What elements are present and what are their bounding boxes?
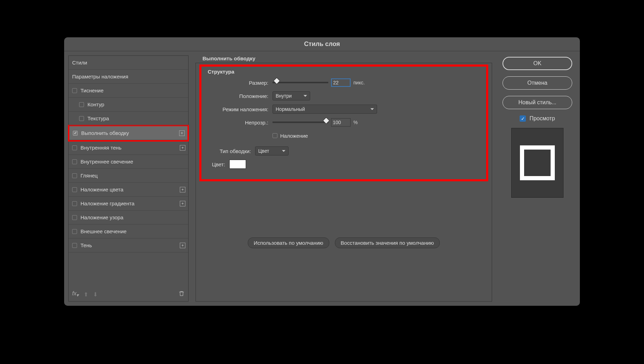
window-title: Стиль слоя (304, 40, 340, 48)
checkbox-icon[interactable] (72, 88, 77, 93)
sidebar-item-bevel[interactable]: Тиснение (69, 84, 188, 98)
label-blend-mode: Режим наложения: (206, 106, 268, 112)
sidebar-item-label: Глянец (80, 173, 98, 179)
sidebar-header-label: Параметры наложения (72, 74, 128, 79)
color-swatch[interactable] (229, 160, 246, 169)
checkbox-icon[interactable] (72, 187, 77, 192)
checkbox-icon[interactable]: ✓ (520, 115, 526, 122)
select-value: Цвет (258, 148, 269, 154)
checkbox-icon[interactable] (72, 215, 77, 220)
settings-box: Структура Размер: пикс. Положение: Внутр… (196, 63, 492, 302)
sidebar-item-label: Внутренняя тень (80, 145, 121, 151)
sidebar-item-inner-shadow[interactable]: Внутренняя тень + (69, 141, 188, 155)
sidebar-item-label: Выполнить обводку (81, 130, 129, 136)
checkbox-icon[interactable] (72, 159, 77, 164)
dialog-buttons-panel: OK Отмена Новый стиль... ✓ Просмотр (499, 55, 576, 302)
sidebar-item-pattern-overlay[interactable]: Наложение узора (69, 211, 188, 225)
new-style-button[interactable]: Новый стиль... (503, 96, 572, 109)
add-effect-icon[interactable]: + (179, 130, 185, 136)
sidebar-item-texture[interactable]: Текстура (69, 112, 188, 126)
checkbox-icon[interactable] (273, 133, 277, 138)
sidebar-item-label: Контур (87, 101, 104, 107)
add-effect-icon[interactable]: + (180, 187, 185, 192)
sidebar-header-blending[interactable]: Параметры наложения (69, 70, 188, 84)
checkbox-icon[interactable] (79, 102, 84, 107)
checkbox-icon[interactable] (73, 131, 78, 136)
label-size: Размер: (206, 80, 268, 86)
slider-thumb-icon[interactable] (273, 77, 280, 84)
sidebar-item-inner-glow[interactable]: Внутреннее свечение (69, 155, 188, 169)
label-opacity: Непрозр.: (206, 120, 268, 126)
sidebar-item-satin[interactable]: Глянец (69, 169, 188, 183)
select-value: Нормальный (276, 106, 305, 112)
add-effect-icon[interactable]: + (180, 201, 185, 206)
unit-label: пикс. (353, 80, 365, 85)
default-buttons-row: Использовать по умолчанию Восстановить з… (202, 237, 485, 248)
sidebar-item-stroke[interactable]: Выполнить обводку + (69, 126, 187, 140)
panel-title: Выполнить обводку (202, 55, 492, 61)
sidebar-item-label: Текстура (87, 115, 109, 121)
checkbox-icon[interactable] (72, 173, 77, 178)
sidebar-item-color-overlay[interactable]: Наложение цвета + (69, 183, 188, 197)
preview-label: Просмотр (529, 115, 555, 122)
overprint-checkbox[interactable]: Наложение (273, 133, 308, 139)
highlight-box: Структура Размер: пикс. Положение: Внутр… (199, 65, 488, 181)
size-slider[interactable] (273, 82, 328, 83)
sidebar-item-gradient-overlay[interactable]: Наложение градиента + (69, 197, 188, 211)
fill-type-select[interactable]: Цвет (255, 146, 289, 156)
add-effect-icon[interactable]: + (180, 145, 185, 151)
size-input[interactable] (331, 78, 351, 87)
row-position: Положение: Внутри (206, 91, 482, 100)
add-effect-icon[interactable]: + (180, 243, 185, 248)
make-default-button[interactable]: Использовать по умолчанию (248, 237, 329, 248)
row-overprint: Наложение (206, 131, 482, 140)
sidebar-item-drop-shadow[interactable]: Тень + (69, 238, 188, 252)
sidebar-footer: fx▾ ⬆ ⬇ (69, 287, 188, 301)
checkbox-icon[interactable] (79, 116, 84, 121)
row-blend-mode: Режим наложения: Нормальный (206, 105, 482, 114)
sidebar-item-label: Внутреннее свечение (80, 159, 133, 165)
fx-menu-icon[interactable]: fx▾ (72, 290, 79, 298)
reset-default-button[interactable]: Восстановить значения по умолчанию (335, 237, 440, 248)
title-bar: Стиль слоя (64, 37, 580, 51)
move-up-icon[interactable]: ⬆ (84, 291, 88, 298)
sidebar-header-styles[interactable]: Стили (69, 56, 188, 70)
opacity-slider[interactable] (273, 122, 328, 123)
checkbox-icon[interactable] (72, 201, 77, 206)
label-fill-type: Тип обводки: (206, 148, 251, 154)
preview-thumbnail (511, 128, 564, 198)
settings-panel: Выполнить обводку Структура Размер: пикс… (196, 55, 492, 302)
preview-checkbox[interactable]: ✓ Просмотр (520, 115, 555, 122)
blend-mode-select[interactable]: Нормальный (273, 105, 377, 114)
sidebar-item-label: Тень (80, 242, 92, 248)
row-size: Размер: пикс. (206, 78, 482, 87)
checkbox-icon[interactable] (72, 229, 77, 234)
sidebar-item-contour[interactable]: Контур (69, 98, 188, 112)
cancel-button[interactable]: Отмена (503, 76, 572, 90)
checkbox-icon[interactable] (72, 243, 77, 248)
trash-icon[interactable] (178, 290, 185, 298)
group-title-structure: Структура (208, 69, 482, 75)
sidebar-header-label: Стили (72, 60, 87, 66)
slider-thumb-icon[interactable] (323, 117, 330, 124)
layer-style-dialog: Стиль слоя Стили Параметры наложения Тис… (64, 37, 580, 306)
checkbox-icon[interactable] (72, 145, 77, 150)
row-color: Цвет: (206, 160, 482, 169)
sidebar-item-label: Наложение градиента (80, 200, 135, 206)
highlight-box: Выполнить обводку + (68, 125, 189, 142)
ok-button[interactable]: OK (503, 57, 572, 70)
position-select[interactable]: Внутри (273, 91, 310, 100)
preview-shape-icon (520, 145, 555, 180)
unit-label: % (353, 120, 358, 125)
styles-sidebar: Стили Параметры наложения Тиснение Конту… (68, 55, 189, 302)
row-opacity: Непрозр.: % (206, 118, 482, 127)
opacity-input[interactable] (331, 118, 351, 127)
label-color: Цвет: (206, 161, 225, 167)
overprint-label: Наложение (280, 133, 308, 139)
main-area: Стили Параметры наложения Тиснение Конту… (64, 51, 580, 306)
move-down-icon[interactable]: ⬇ (93, 291, 98, 298)
sidebar-item-label: Внешнее свечение (80, 228, 127, 234)
row-fill-type: Тип обводки: Цвет (206, 146, 482, 156)
sidebar-item-label: Тиснение (80, 88, 104, 93)
sidebar-item-outer-glow[interactable]: Внешнее свечение (69, 225, 188, 238)
